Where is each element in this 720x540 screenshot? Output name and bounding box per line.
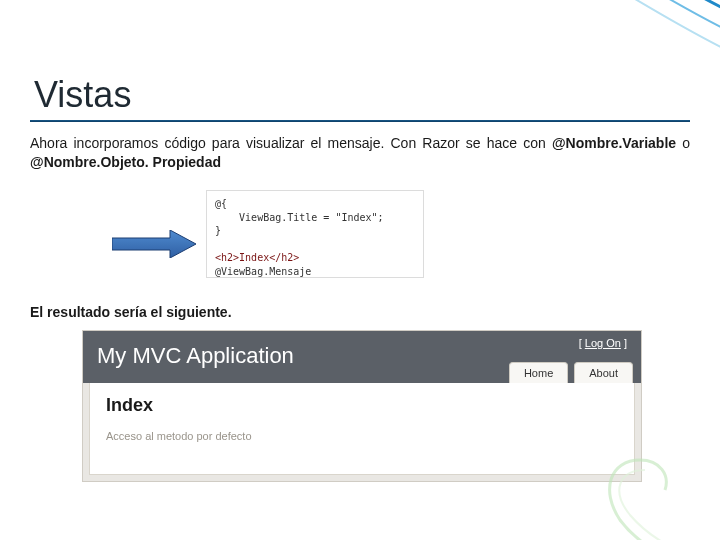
tab-about[interactable]: About xyxy=(574,362,633,383)
code-line-2: ViewBag.Title = "Index"; xyxy=(215,212,384,223)
slide-title: Vistas xyxy=(34,74,131,116)
page-heading-index: Index xyxy=(106,395,618,416)
mvc-app-title: My MVC Application xyxy=(97,343,294,369)
code-line-3: } xyxy=(215,225,221,236)
nav-tabs: Home About xyxy=(509,362,633,383)
intro-paragraph: Ahora incorporamos código para visualiza… xyxy=(30,134,690,172)
mvc-body: Index Acceso al metodo por defecto xyxy=(89,383,635,475)
tab-home[interactable]: Home xyxy=(509,362,568,383)
intro-text-pre: Ahora incorporamos código para visualiza… xyxy=(30,135,552,151)
intro-text-mid: o xyxy=(676,135,690,151)
svg-marker-0 xyxy=(112,230,196,258)
decorative-top-wave xyxy=(260,0,720,140)
logon-area: [ Log On ] xyxy=(579,337,627,349)
mvc-header: My MVC Application [ Log On ] Home About xyxy=(83,331,641,383)
code-line-5: <h2>Index</h2> xyxy=(215,252,299,263)
intro-bold-2: @Nombre.Objeto. Propiedad xyxy=(30,154,221,170)
code-line-1: @{ xyxy=(215,198,227,209)
intro-bold-1: @Nombre.Variable xyxy=(552,135,676,151)
logon-bracket-close: ] xyxy=(621,337,627,349)
logon-link[interactable]: Log On xyxy=(585,337,621,349)
viewbag-message: Acceso al metodo por defecto xyxy=(106,430,618,442)
razor-code-snippet: @{ ViewBag.Title = "Index"; } <h2>Index<… xyxy=(206,190,424,278)
title-underline xyxy=(30,120,690,122)
result-label: El resultado sería el siguiente. xyxy=(30,304,232,320)
mvc-app-preview: My MVC Application [ Log On ] Home About… xyxy=(82,330,642,482)
code-line-6: @ViewBag.Mensaje xyxy=(215,266,311,277)
arrow-icon xyxy=(112,230,196,258)
